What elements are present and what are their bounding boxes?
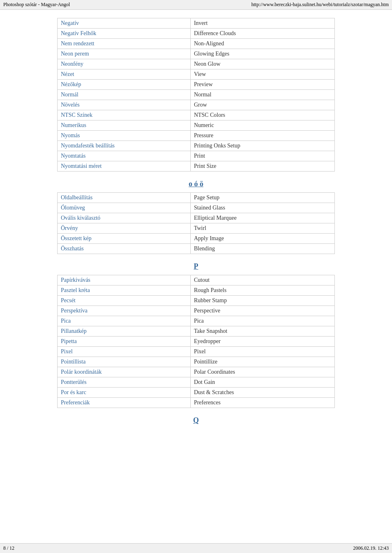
hungarian-term: Nyomás xyxy=(58,131,191,141)
hungarian-term: Nyomtatási méret xyxy=(58,161,191,172)
hungarian-term: Papírkivávás xyxy=(58,275,191,285)
hungarian-term: Ólomüveg xyxy=(58,203,191,213)
hungarian-term: Negatív xyxy=(58,18,191,29)
english-term: Grow xyxy=(190,100,334,110)
table-row: ÖrvényTwirl xyxy=(58,223,335,234)
hungarian-term: Pasztel kréta xyxy=(58,285,191,296)
hungarian-term: Nézőkép xyxy=(58,80,191,90)
p-section-header: P xyxy=(57,262,335,271)
english-term: Dust & Scratches xyxy=(190,388,334,398)
hungarian-term: Normál xyxy=(58,90,191,100)
hungarian-term: Nem rendezett xyxy=(58,39,191,49)
english-term: Blending xyxy=(190,244,334,254)
english-term: View xyxy=(190,69,334,80)
english-term: Glowing Edges xyxy=(190,49,334,59)
table-row: NézetView xyxy=(58,69,335,80)
top-bar: Photoshop szótár - Magyar-Angol http://w… xyxy=(0,0,392,10)
table-row: NormálNormal xyxy=(58,90,335,100)
table-row: NyomtatásPrint xyxy=(58,151,335,161)
hungarian-term: Pipetta xyxy=(58,337,191,347)
hungarian-term: Por és karc xyxy=(58,388,191,398)
hungarian-term: Pointillista xyxy=(58,357,191,367)
main-content: NegatívInvertNegatív FelhőkDifference Cl… xyxy=(53,10,339,437)
english-term: Perspective xyxy=(190,306,334,316)
table-row: PixelPixel xyxy=(58,347,335,357)
english-term: Neon Glow xyxy=(190,59,334,69)
table-row: NumerikusNumeric xyxy=(58,120,335,131)
english-term: Polar Coordinates xyxy=(190,367,334,377)
english-term: Difference Clouds xyxy=(190,29,334,39)
english-term: Numeric xyxy=(190,120,334,131)
english-term: Non-Aligned xyxy=(190,39,334,49)
table-row: Nem rendezettNon-Aligned xyxy=(58,39,335,49)
table-row: Polár koordinátákPolar Coordinates xyxy=(58,367,335,377)
n-table: NegatívInvertNegatív FelhőkDifference Cl… xyxy=(57,18,335,172)
english-term: NTSC Colors xyxy=(190,110,334,120)
english-term: Invert xyxy=(190,18,334,29)
english-term: Normal xyxy=(190,90,334,100)
hungarian-term: Oldalbeállítás xyxy=(58,193,191,203)
english-term: Dot Gain xyxy=(190,377,334,388)
table-row: Pasztel krétaRough Pastels xyxy=(58,285,335,296)
table-row: Nyomdafesték beállításPrinting Onks Setu… xyxy=(58,141,335,151)
english-term: Pointillize xyxy=(190,357,334,367)
table-row: PointillistaPointillize xyxy=(58,357,335,367)
table-row: PreferenciákPreferences xyxy=(58,398,335,408)
table-row: OldalbeállításPage Setup xyxy=(58,193,335,203)
table-row: NegatívInvert xyxy=(58,18,335,29)
hungarian-term: Pontterülés xyxy=(58,377,191,388)
q-section-header: Q xyxy=(57,416,335,425)
english-term: Stained Glass xyxy=(190,203,334,213)
english-term: Rough Pastels xyxy=(190,285,334,296)
english-term: Print Size xyxy=(190,161,334,172)
table-row: PipettaEyedropper xyxy=(58,337,335,347)
hungarian-term: Nyomtatás xyxy=(58,151,191,161)
table-row: Nyomtatási méretPrint Size xyxy=(58,161,335,172)
hungarian-term: Örvény xyxy=(58,223,191,234)
hungarian-term: Pecsét xyxy=(58,296,191,306)
table-row: PapírkivávásCutout xyxy=(58,275,335,285)
english-term: Preview xyxy=(190,80,334,90)
hungarian-term: Neonfény xyxy=(58,59,191,69)
english-term: Apply Image xyxy=(190,234,334,244)
hungarian-term: Nézet xyxy=(58,69,191,80)
english-term: Cutout xyxy=(190,275,334,285)
english-term: Print xyxy=(190,151,334,161)
hungarian-term: Összhatás xyxy=(58,244,191,254)
hungarian-term: Összetett kép xyxy=(58,234,191,244)
hungarian-term: NTSC Színek xyxy=(58,110,191,120)
english-term: Rubber Stamp xyxy=(190,296,334,306)
english-term: Pixel xyxy=(190,347,334,357)
hungarian-term: Pixel xyxy=(58,347,191,357)
english-term: Pressure xyxy=(190,131,334,141)
hungarian-term: Növelés xyxy=(58,100,191,110)
table-row: NeonfényNeon Glow xyxy=(58,59,335,69)
table-row: ÓlomüvegStained Glass xyxy=(58,203,335,213)
english-term: Take Snapshot xyxy=(190,326,334,337)
o-section-header: o ó ö xyxy=(57,180,335,188)
o-table: OldalbeállításPage SetupÓlomüvegStained … xyxy=(57,192,335,254)
english-term: Eyedropper xyxy=(190,337,334,347)
hungarian-term: Ovális kiválasztó xyxy=(58,213,191,223)
hungarian-term: Pillanatkép xyxy=(58,326,191,337)
hungarian-term: Polár koordináták xyxy=(58,367,191,377)
table-row: NézőképPreview xyxy=(58,80,335,90)
table-row: Por és karcDust & Scratches xyxy=(58,388,335,398)
hungarian-term: Numerikus xyxy=(58,120,191,131)
table-row: PecsétRubber Stamp xyxy=(58,296,335,306)
table-row: PontterülésDot Gain xyxy=(58,377,335,388)
table-row: Negatív FelhőkDifference Clouds xyxy=(58,29,335,39)
hungarian-term: Pica xyxy=(58,316,191,326)
table-row: Ovális kiválasztóElliptical Marquee xyxy=(58,213,335,223)
table-row: ÖsszhatásBlending xyxy=(58,244,335,254)
page-url: http://www.bereczki-baja.sulinet.hu/webi… xyxy=(252,2,389,8)
english-term: Page Setup xyxy=(190,193,334,203)
english-term: Pica xyxy=(190,316,334,326)
p-table: PapírkivávásCutoutPasztel krétaRough Pas… xyxy=(57,275,335,408)
english-term: Twirl xyxy=(190,223,334,234)
page-title: Photoshop szótár - Magyar-Angol xyxy=(3,2,70,8)
table-row: Összetett képApply Image xyxy=(58,234,335,244)
english-term: Elliptical Marquee xyxy=(190,213,334,223)
hungarian-term: Perspektíva xyxy=(58,306,191,316)
table-row: PillanatképTake Snapshot xyxy=(58,326,335,337)
